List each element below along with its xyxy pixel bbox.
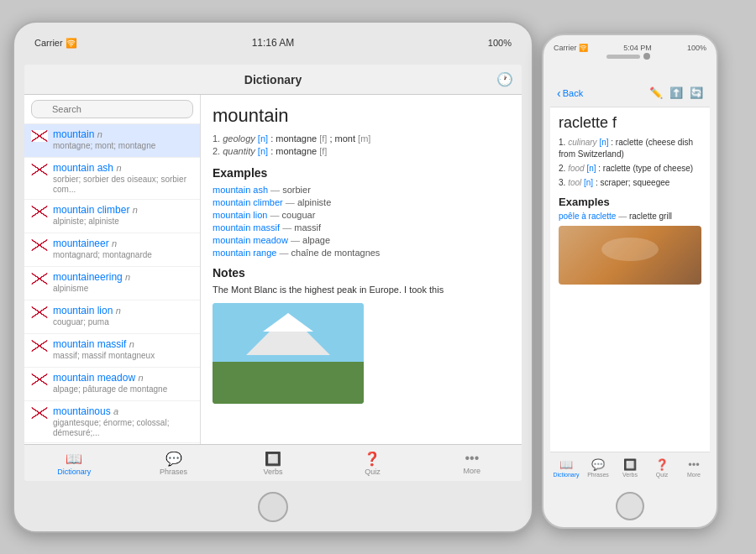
definition-item-1: 1. geology [n] : montagne [f] ; mont [m] [213,133,510,144]
phone-nav-label: Phrases [587,472,609,478]
phone-battery: 100% [687,44,706,52]
phone-nav-label: Dictionary [553,472,579,478]
phone-nav-quiz[interactable]: ❓ Quiz [646,452,678,483]
sidebar-item-subtitle: alpage; pâturage de montagne [53,384,193,395]
dictionary-icon: 📖 [66,451,82,467]
def-bracket: [n] [258,146,268,156]
phone-def-cat: food [568,164,586,173]
def-trans: montagne [276,133,319,144]
quiz-icon: ❓ [364,451,381,467]
sidebar-item-mountainous[interactable]: mountainous a gigantesque; énorme; colos… [24,401,200,443]
phrases-icon: 💬 [165,451,182,467]
example-arrow: — [282,222,294,233]
phone-nav-verbs[interactable]: 🔲 Verbs [614,452,646,483]
notes-section-title: Notes [213,266,510,280]
phone-nav-dictionary[interactable]: 📖 Dictionary [550,452,582,483]
example-source: mountain massif [213,222,282,233]
app-header: Dictionary 🕐 [24,65,522,95]
phone-def-cat: tool [568,178,584,187]
pencil-icon[interactable]: ✏️ [649,86,663,99]
phone: Carrier 🛜 5:04 PM 100% ‹ Back ✏️ ⬆️ 🔄 [542,34,718,529]
sidebar-item-mountain-meadow[interactable]: mountain meadow n alpage; pâturage de mo… [24,368,200,401]
sidebar-item-subtitle: montagnard; montagnarde [53,250,193,260]
phone-def-item-1: 1. culinary [n] : raclette (cheese dish … [559,137,701,160]
example-target: chaîne de montagnes [291,248,381,258]
phone-examples-title: Examples [559,196,701,208]
example-target: couguar [282,210,316,220]
nav-item-dictionary[interactable]: 📖 Dictionary [24,445,123,481]
sidebar-item-mountaineer[interactable]: mountaineer n montagnard; montagnarde [24,233,200,267]
example-item: mountain lion — couguar [213,210,510,220]
share-icon[interactable]: ⬆️ [669,86,683,99]
nav-item-quiz[interactable]: ❓ Quiz [323,445,422,481]
nav-item-more[interactable]: ••• More [423,445,522,481]
refresh-icon[interactable]: 🔄 [690,86,703,99]
phone-def-item-3: 3. tool [n] : scraper; squeegee [559,177,701,189]
sidebar-item-mountain-climber[interactable]: mountain climber n alpiniste; alpiniste [24,200,200,233]
sidebar-item-mountain[interactable]: mountain n montagne; mont; montagne [24,124,200,158]
sidebar-item-title: mountaineer n [53,238,193,249]
phone-bottom-nav: 📖 Dictionary 💬 Phrases 🔲 Verbs ❓ Quiz ••… [550,452,710,483]
sidebar-item-text: mountainous a gigantesque; énorme; colos… [53,405,193,438]
tablet-bottom-bar [14,483,532,531]
phone-quiz-icon: ❓ [655,458,669,471]
phone-more-icon: ••• [688,458,700,471]
tablet-home-button[interactable] [258,492,288,522]
def-gram2: [m] [358,133,370,144]
example-source: mountain ash [213,185,270,195]
phone-def-num: 3. [559,178,568,187]
sidebar-item-mountaineering[interactable]: mountaineering n alpinisme [24,267,200,301]
nav-label-verbs: Verbs [264,468,283,476]
phone-nav-label: More [687,472,701,478]
sidebar-item-mountain-massif[interactable]: mountain massif n massif; massif montagn… [24,334,200,368]
example-item: mountain massif — massif [213,222,510,233]
example-item: mountain ash — sorbier [213,185,510,195]
nav-item-phrases[interactable]: 💬 Phrases [123,445,223,481]
example-target: alpage [302,235,330,245]
example-target: massif [294,222,321,233]
phone-definition-list: 1. culinary [n] : raclette (cheese dish … [559,137,701,189]
sidebar-item-subtitle: couguar; puma [53,317,193,327]
notes-text: The Mont Blanc is the highest peak in Eu… [213,285,510,295]
sidebar-item-mountain-lion[interactable]: mountain lion n couguar; puma [24,301,200,334]
app-title: Dictionary [244,73,302,86]
example-arrow: — [291,235,302,245]
phone-nav-more[interactable]: ••• More [678,452,710,483]
phone-home-button[interactable] [616,492,644,520]
def-num: 1. [213,133,223,144]
example-arrow: — [280,248,291,258]
example-arrow: — [270,210,282,220]
phone-def-bracket: [n] [599,138,608,147]
example-item: mountain climber — alpiniste [213,197,510,207]
nav-item-verbs[interactable]: 🔲 Verbs [223,445,323,481]
clock-icon[interactable]: 🕐 [496,71,513,87]
search-bar: 🔍 [24,95,200,124]
phone-example-target: raclette grill [629,212,672,221]
search-input[interactable] [31,100,193,118]
tablet: Carrier 🛜 11:16 AM 100% Dictionary 🕐 🔍 [13,21,533,533]
sidebar-list: mountain n montagne; mont; montagne moun… [24,124,200,444]
sidebar: 🔍 mountain n montagne; mont; montagne [24,95,201,444]
phone-def-cat: culinary [568,138,599,147]
flag-uk-icon [31,164,48,175]
flag-uk-icon [31,407,48,419]
phone-nav-phrases[interactable]: 💬 Phrases [582,452,614,483]
nav-label-phrases: Phrases [160,468,187,476]
example-arrow: — [270,185,282,195]
phone-nav-label: Verbs [622,472,638,478]
verbs-icon: 🔲 [265,451,281,467]
sidebar-item-title: mountain meadow n [53,372,193,384]
flag-uk-icon [31,306,48,318]
sidebar-item-subtitle: sorbier; sorbier des oiseaux; sorbier co… [53,175,193,195]
phone-dictionary-icon: 📖 [559,458,573,471]
tablet-time: 11:16 AM [252,37,295,49]
back-button[interactable]: ‹ Back [557,86,583,100]
phone-example-source: poêle à raclette [559,212,618,221]
sidebar-item-title: mountainous a [53,405,193,417]
phone-top-bar: Carrier 🛜 5:04 PM 100% [543,35,717,77]
sidebar-item-text: mountaineer n montagnard; montagnarde [53,238,193,260]
sidebar-item-mountain-ash[interactable]: mountain ash n sorbier; sorbier des oise… [24,158,200,200]
tablet-battery: 100% [488,38,512,48]
example-target: sorbier [282,185,311,195]
back-label: Back [563,88,583,98]
